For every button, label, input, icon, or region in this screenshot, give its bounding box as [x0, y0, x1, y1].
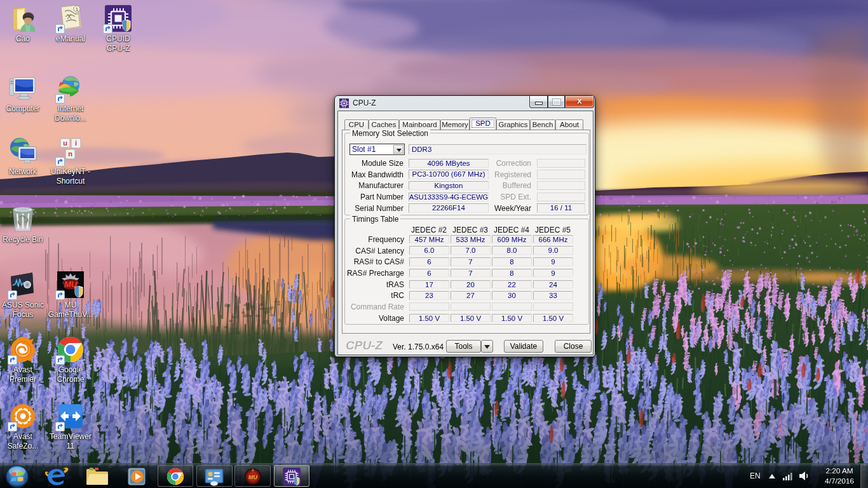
svg-text:MU: MU — [248, 474, 257, 480]
svg-text:1: 1 — [76, 6, 79, 12]
svg-text:n: n — [68, 150, 72, 158]
svg-text:i: i — [75, 139, 77, 147]
svg-text:u: u — [63, 139, 67, 147]
